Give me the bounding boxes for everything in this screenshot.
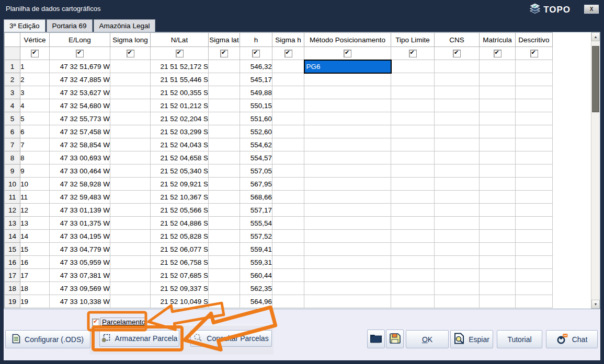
sigma-h-cell[interactable]: [272, 125, 304, 138]
vertice-cell[interactable]: 11: [20, 191, 50, 204]
scroll-down-icon[interactable]: ▼: [591, 300, 600, 309]
h-cell[interactable]: 554,62: [240, 138, 272, 151]
nlat-cell[interactable]: 21 52 00,355 S: [151, 86, 209, 99]
sigma-h-cell[interactable]: [272, 243, 304, 256]
vertice-cell[interactable]: 4: [20, 99, 50, 112]
sigma-lat-cell[interactable]: [209, 165, 240, 178]
matricula-cell[interactable]: [480, 99, 516, 112]
h-cell[interactable]: 546,32: [240, 60, 272, 73]
metodo-cell[interactable]: [304, 230, 391, 243]
descritivo-cell[interactable]: [516, 295, 553, 308]
vertice-cell[interactable]: 2: [20, 73, 50, 86]
cns-cell[interactable]: [435, 269, 480, 282]
col-filter-checkbox[interactable]: [453, 50, 461, 57]
col-filter-checkbox[interactable]: [409, 50, 417, 57]
elong-cell[interactable]: 47 33 09,569 W: [50, 282, 110, 295]
tab-amazonia-legal[interactable]: Amazônia Legal: [94, 19, 156, 32]
sigma-long-cell[interactable]: [110, 282, 151, 295]
h-cell[interactable]: 564,96: [240, 295, 272, 308]
col-header-nlat[interactable]: N/Lat: [151, 33, 209, 47]
consultar-parcelas-button[interactable]: Consultar Parcelas: [190, 330, 272, 347]
row-number-cell[interactable]: 8: [5, 151, 20, 165]
matricula-cell[interactable]: [480, 138, 516, 151]
descritivo-cell[interactable]: [516, 73, 553, 86]
vertice-cell[interactable]: 17: [20, 269, 50, 282]
h-cell[interactable]: 560,44: [240, 269, 272, 282]
col-header-tipo-limite[interactable]: Tipo Limite: [391, 33, 435, 47]
nlat-cell[interactable]: 21 52 10,367 S: [151, 191, 209, 204]
sigma-lat-cell[interactable]: [209, 217, 240, 230]
matricula-cell[interactable]: [480, 165, 516, 178]
nlat-cell[interactable]: 21 52 05,828 S: [151, 230, 209, 243]
sigma-h-cell[interactable]: [272, 151, 304, 165]
nlat-cell[interactable]: 21 52 04,043 S: [151, 138, 209, 151]
cns-cell[interactable]: [435, 217, 480, 230]
parcelamento-label[interactable]: Parcelamento: [101, 318, 146, 326]
h-cell[interactable]: 545,17: [240, 73, 272, 86]
elong-cell[interactable]: 47 32 59,483 W: [50, 191, 110, 204]
h-cell[interactable]: 557,52: [240, 230, 272, 243]
nlat-cell[interactable]: 21 52 03,299 S: [151, 125, 209, 138]
tipo-limite-cell[interactable]: [391, 217, 435, 230]
sigma-lat-cell[interactable]: [209, 269, 240, 282]
sigma-h-cell[interactable]: [272, 295, 304, 308]
sigma-h-cell[interactable]: [272, 86, 304, 99]
metodo-cell[interactable]: [304, 256, 391, 269]
tab-portaria-69[interactable]: Portaria 69: [47, 19, 93, 32]
metodo-cell[interactable]: [304, 282, 391, 295]
vertice-cell[interactable]: 15: [20, 243, 50, 256]
sigma-h-cell[interactable]: [272, 165, 304, 178]
metodo-cell[interactable]: [304, 165, 391, 178]
cns-cell[interactable]: [435, 178, 480, 191]
checkbox-icon[interactable]: [92, 319, 99, 326]
col-filter-checkbox[interactable]: [344, 50, 351, 57]
col-header-cns[interactable]: CNS: [435, 33, 480, 47]
sigma-long-cell[interactable]: [110, 138, 151, 151]
metodo-cell[interactable]: [304, 178, 391, 191]
matricula-cell[interactable]: [480, 217, 516, 230]
tipo-limite-cell[interactable]: [391, 204, 435, 217]
vertice-cell[interactable]: 10: [20, 178, 50, 191]
nlat-cell[interactable]: 21 52 05,566 S: [151, 204, 209, 217]
cns-cell[interactable]: [435, 256, 480, 269]
matricula-cell[interactable]: [480, 282, 516, 295]
sigma-long-cell[interactable]: [110, 99, 151, 112]
metodo-cell[interactable]: [304, 138, 391, 151]
metodo-cell[interactable]: [304, 269, 391, 282]
row-number-cell[interactable]: 9: [5, 165, 20, 178]
configurar-ods-button[interactable]: Configurar (.ODS): [5, 330, 90, 348]
cns-cell[interactable]: [435, 60, 480, 73]
parcelamento-checkbox[interactable]: Parcelamento: [92, 318, 146, 326]
sigma-h-cell[interactable]: [272, 60, 304, 73]
elong-cell[interactable]: 47 33 00,693 W: [50, 151, 110, 165]
cns-cell[interactable]: [435, 165, 480, 178]
chat-button[interactable]: Chat: [546, 330, 598, 348]
sigma-lat-cell[interactable]: [209, 178, 240, 191]
matricula-cell[interactable]: [480, 230, 516, 243]
nlat-cell[interactable]: 21 52 09,337 S: [151, 282, 209, 295]
sigma-h-cell[interactable]: [272, 112, 304, 125]
cns-cell[interactable]: [435, 204, 480, 217]
nlat-cell[interactable]: 21 52 01,212 S: [151, 99, 209, 112]
sigma-lat-cell[interactable]: [209, 99, 240, 112]
sigma-h-cell[interactable]: [272, 217, 304, 230]
elong-cell[interactable]: 47 32 58,928 W: [50, 178, 110, 191]
sigma-h-cell[interactable]: [272, 191, 304, 204]
sigma-lat-cell[interactable]: [209, 243, 240, 256]
descritivo-cell[interactable]: [516, 125, 553, 138]
row-number-cell[interactable]: 7: [5, 138, 20, 151]
col-header-vertice[interactable]: Vértice: [20, 33, 50, 47]
metodo-cell[interactable]: [304, 204, 391, 217]
descritivo-cell[interactable]: [516, 151, 553, 165]
sigma-long-cell[interactable]: [110, 86, 151, 99]
matricula-cell[interactable]: [480, 295, 516, 308]
armazenar-parcela-button[interactable]: Armazenar Parcela: [99, 330, 179, 347]
tipo-limite-cell[interactable]: [391, 256, 435, 269]
h-cell[interactable]: 557,05: [240, 165, 272, 178]
vertice-cell[interactable]: 7: [20, 138, 50, 151]
row-number-cell[interactable]: 12: [5, 204, 20, 217]
row-number-cell[interactable]: 18: [5, 282, 20, 295]
tipo-limite-cell[interactable]: [391, 99, 435, 112]
h-cell[interactable]: 555,54: [240, 217, 272, 230]
row-number-cell[interactable]: 10: [5, 178, 20, 191]
